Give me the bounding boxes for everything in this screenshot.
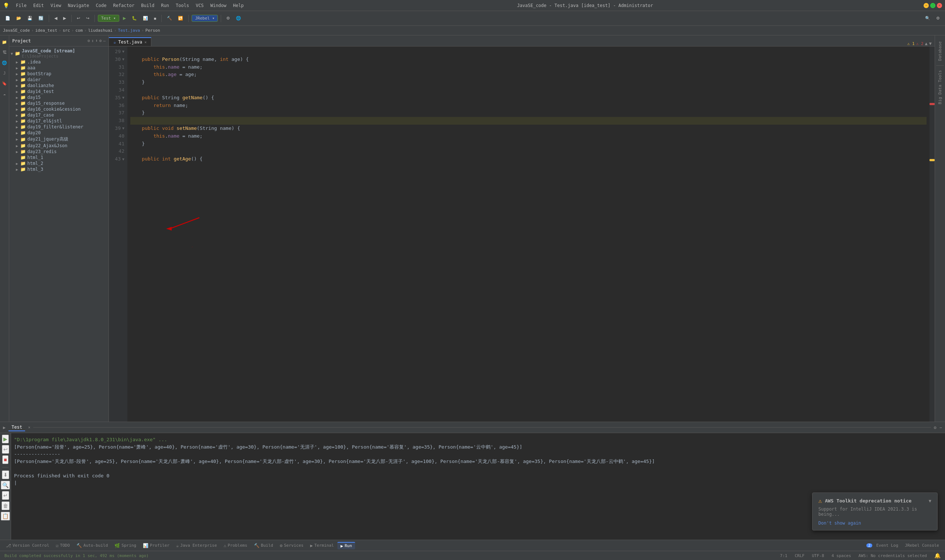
tree-item-day16[interactable]: ▶ 📁 day16_cookie&cession [9,106,108,112]
indent-size[interactable]: 4 spaces [830,553,853,558]
cursor-position[interactable]: 7:1 [779,553,789,558]
toolbar-redo[interactable]: ↪ [84,15,91,22]
tree-item-idea[interactable]: ▶ 📁 .idea [9,59,108,65]
run-minimize-icon[interactable]: − [939,425,942,430]
sidebar-web-icon[interactable]: 🌐 [1,59,8,66]
breadcrumb-package[interactable]: liudashuai [88,28,113,33]
tree-item-daier[interactable]: ▶ 📁 daier [9,77,108,83]
bottom-tab-java-enterprise[interactable]: ☕ Java Enterprise [173,542,220,549]
panel-icon-sort[interactable]: ⬇ [95,38,98,43]
code-content[interactable]: public Person(String name, int age) { th… [127,46,930,422]
toolbar-undo[interactable]: ↩ [75,15,82,22]
tree-item-day17e[interactable]: ▶ 📁 day17_el&jstl [9,118,108,124]
notification-icon[interactable]: 🔔 [933,552,942,558]
tree-root[interactable]: ▼ 📁 JavaSE_code [stream] E:\IdeaProjects [9,48,108,59]
breadcrumb-module[interactable]: idea_test [35,28,57,33]
toolbar-settings[interactable]: ⚙ [934,15,942,22]
tree-item-day17c[interactable]: ▶ 📁 day17_case [9,112,108,118]
panel-icon-collapse[interactable]: ↕ [91,38,94,43]
scroll-up-icon[interactable]: ▲ [925,41,928,46]
aws-expand-icon[interactable]: ▼ [929,498,931,503]
rebuild-button[interactable]: 🔁 [176,15,185,22]
breadcrumb-com[interactable]: com [75,28,83,33]
toolbar-sync[interactable]: 🔄 [36,15,46,22]
minimize-button[interactable]: − [923,3,929,8]
panel-icon-gear[interactable]: ⚙ [99,38,102,43]
event-log-tab[interactable]: 2 Event Log [863,542,901,549]
panel-icon-close[interactable]: — [103,38,106,43]
bottom-tab-version-control[interactable]: ⎇ Version Control [3,542,52,549]
sidebar-jrebel-icon[interactable]: J [1,69,8,77]
menu-build[interactable]: Build [138,2,157,9]
sidebar-bookmark-icon[interactable]: 🔖 [1,80,8,87]
run-with-coverage[interactable]: 📊 [141,15,150,22]
menu-tools[interactable]: Tools [173,2,192,9]
debug-button[interactable]: 🐛 [129,15,139,22]
menu-file[interactable]: File [13,2,29,9]
tree-item-day21[interactable]: ▶ 📁 day21_jquery高级 [9,136,108,143]
run-stop-btn[interactable]: ■ [2,455,8,464]
toolbar-open[interactable]: 📂 [14,15,24,22]
editor-tab-test[interactable]: ☕ Test.java × [109,37,151,46]
toolbar-new-file[interactable]: 📄 [3,15,12,22]
aws-dont-show-button[interactable]: Don't show again [819,520,931,526]
bottom-tab-run[interactable]: ▶ Run [338,542,355,549]
scroll-down-icon[interactable]: ▼ [929,41,932,46]
sidebar-aws-icon[interactable]: ☁ [1,90,8,97]
tree-item-bootstrap[interactable]: ▶ 📁 bootStrap [9,71,108,77]
run-scroll-end-btn[interactable]: ⬇ [2,470,9,479]
tree-item-html2[interactable]: ▶ 📁 html_2 [9,160,108,166]
bottom-tab-build[interactable]: 🔨 Build [251,542,276,549]
jrebel-console-tab[interactable]: JRebel Console [902,542,942,549]
run-clear-btn[interactable]: 🗑 [2,502,9,510]
breadcrumb-src[interactable]: src [63,28,70,33]
sidebar-structure-icon[interactable]: 🏗 [1,49,8,56]
toolbar-search-everywhere[interactable]: 🔍 [923,15,933,22]
tab-close-icon[interactable]: × [144,40,146,44]
menu-help[interactable]: Help [230,2,247,9]
menu-edit[interactable]: Edit [30,2,47,9]
run-wrap-btn[interactable]: ↵ [2,491,9,500]
line-separator[interactable]: CRLF [793,553,806,558]
bottom-tab-problems[interactable]: ⚠ Problems [221,542,250,549]
tree-item-html1[interactable]: 📁 html_1 [9,155,108,160]
tree-item-html3[interactable]: ▶ 📁 html_3 [9,166,108,172]
close-button[interactable]: × [937,3,942,8]
bottom-tab-todo[interactable]: ☑ TODO [53,542,73,549]
menu-navigate[interactable]: Navigate [65,2,92,9]
run-start-btn[interactable]: ▶ [2,435,9,443]
tree-item-aaa[interactable]: ▶ 📁 aaa [9,65,108,71]
menu-window[interactable]: Window [207,2,229,9]
maximize-button[interactable]: □ [930,3,936,8]
breadcrumb-project[interactable]: JavaSE_code [3,28,30,33]
menu-code[interactable]: Code [93,2,109,9]
tree-item-daolianzhe[interactable]: ▶ 📁 daolianzhe [9,83,108,89]
bottom-tab-profiler[interactable]: 📊 Profiler [140,542,173,549]
tree-item-day14[interactable]: ▶ 📁 day14_test [9,89,108,94]
tree-item-day15r[interactable]: ▶ 📁 day15_response [9,100,108,106]
menu-run[interactable]: Run [158,2,172,9]
build-button[interactable]: 🔨 [165,15,174,22]
database-tab[interactable]: Database [936,38,944,64]
bottom-tab-services[interactable]: ⚙ Services [277,542,307,549]
bottom-tab-spring[interactable]: 🌿 Spring [111,542,139,549]
toolbar-back[interactable]: ◀ [52,15,59,22]
tree-item-day19[interactable]: ▶ 📁 day19_filter&listener [9,124,108,130]
menu-view[interactable]: View [48,2,64,9]
aws-status[interactable]: AWS: No credentials selected [857,553,928,558]
run-button[interactable]: ▶ [121,15,128,22]
sidebar-project-icon[interactable]: 📁 [1,38,8,46]
bottom-tab-terminal[interactable]: ▶ Terminal [307,542,337,549]
bigdata-tab[interactable]: Big Data Tools [936,67,944,107]
run-tab[interactable]: Test [8,424,25,431]
run-config-selector[interactable]: Test ▾ [98,15,119,22]
menu-refactor[interactable]: Refactor [110,2,137,9]
tree-item-day23[interactable]: ▶ 📁 day23_redis [9,149,108,155]
jrebel-config[interactable]: JRebel ▾ [191,15,218,22]
stop-button[interactable]: ■ [152,15,159,22]
toolbar-forward[interactable]: ▶ [61,15,68,22]
run-filter-btn[interactable]: 🔍 [1,481,10,489]
run-settings-icon[interactable]: ⚙ [934,425,937,430]
panel-icon-settings[interactable]: ⚙ [88,38,90,43]
toolbar-translate[interactable]: 🌐 [234,15,243,22]
